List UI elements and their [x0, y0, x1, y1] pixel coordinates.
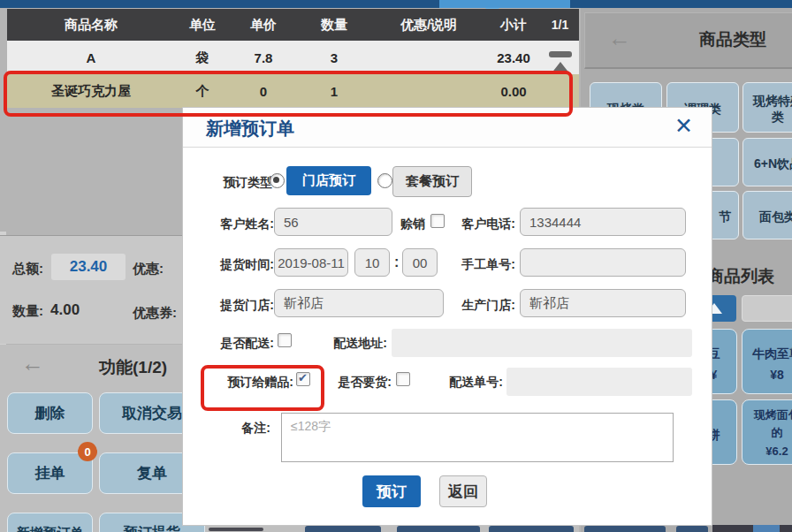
cell-price: 7.8 [230, 50, 297, 65]
hidden-button-sliver [584, 526, 666, 532]
hidden-button-sliver [753, 525, 780, 532]
col-header-discount: 优惠/说明 [371, 17, 486, 34]
cell-qty: 3 [297, 50, 371, 65]
customer-name-label: 客户姓名: [199, 217, 274, 232]
col-header-qty: 数量 [297, 17, 371, 34]
need-goods-label: 是否要货: [333, 375, 392, 391]
coupon-label: 优惠券: [133, 305, 177, 322]
scroll-bar-icon [549, 51, 572, 57]
pickup-minute-input[interactable]: 00 [402, 248, 438, 277]
col-header-subtotal: 小计 [486, 17, 541, 34]
product-item-2[interactable]: 牛肉至尊 ¥8 [742, 329, 792, 394]
production-store-label: 生产门店: [448, 298, 515, 314]
product-list-title: 商品列表 [707, 265, 774, 288]
need-goods-checkbox[interactable] [396, 372, 410, 386]
quantity-label: 数量: [12, 303, 43, 320]
time-colon: : [394, 255, 399, 270]
total-label: 总额: [12, 261, 43, 277]
category-panel-title: 商品类型 [699, 28, 766, 51]
pos-screen: 商品名称 单位 单价 数量 优惠/说明 小计 1/1 A 袋 7.8 3 23.… [0, 0, 792, 532]
delivery-number-label: 配送单号: [445, 375, 503, 391]
held-orders-badge: 0 [78, 442, 97, 461]
credit-sale-checkbox[interactable] [430, 214, 445, 228]
category-6n-drinks[interactable]: 6+N饮品 [742, 138, 792, 186]
pickup-time-label: 提货时间: [199, 257, 274, 273]
quantity-value: 4.00 [50, 301, 80, 319]
package-reservation-radio[interactable] [377, 173, 392, 188]
package-reservation-button[interactable]: 套餐预订 [392, 166, 472, 197]
return-button[interactable]: 返回 [439, 475, 487, 507]
pickup-date-input[interactable]: 2019-08-11 [274, 248, 348, 277]
remark-label: 备注: [232, 421, 270, 437]
top-nav-strip [0, 0, 792, 8]
production-store-input[interactable]: 靳祁店 [520, 289, 686, 317]
row-highlight-annotation [4, 71, 573, 117]
hidden-button-sliver [676, 526, 708, 532]
manual-number-label: 手工单号: [448, 257, 515, 273]
customer-name-input[interactable]: 56 [274, 208, 392, 236]
total-value: 23.40 [51, 254, 126, 280]
cell-name: A [7, 50, 175, 65]
col-header-unit: 单位 [175, 17, 230, 34]
remark-textarea[interactable] [281, 413, 674, 462]
delivery-address-input[interactable] [392, 329, 692, 357]
customer-phone-input[interactable]: 1334444 [520, 208, 686, 236]
pickup-store-input[interactable]: 靳祁店 [274, 289, 444, 317]
credit-sale-label: 赊销 [395, 217, 425, 232]
category-bread[interactable]: 面包类 [742, 191, 792, 239]
product-scroll-gray-button[interactable] [742, 295, 792, 322]
delete-button[interactable]: 删除 [7, 392, 93, 434]
modal-title: 新增预订单 [206, 117, 294, 141]
new-reservation-button[interactable]: 新增预订单 [7, 513, 93, 532]
hidden-button-sliver [397, 526, 480, 532]
hidden-text-sliver [209, 528, 263, 531]
pickup-store-label: 提货门店: [199, 298, 274, 314]
product-name-2: 的 [748, 424, 792, 442]
back-arrow-icon[interactable]: ← [21, 352, 44, 375]
top-nav-active-segment [439, 0, 570, 8]
reserve-button[interactable]: 预订 [362, 475, 421, 507]
order-table-header: 商品名称 单位 单价 数量 优惠/说明 小计 1/1 [7, 9, 579, 41]
pickup-hour-input[interactable]: 10 [354, 248, 390, 277]
discount-label: 优惠: [133, 261, 164, 277]
cell-unit: 袋 [175, 49, 230, 66]
product-name: 牛肉至尊 [748, 344, 792, 365]
product-item-4[interactable]: 现烤面包 的 ¥6.2 [742, 399, 792, 465]
store-reservation-radio[interactable] [270, 173, 285, 188]
hidden-button-sliver [712, 525, 792, 532]
category-fresh-baked-special[interactable]: 现烤特殊类 [742, 82, 792, 133]
is-delivery-label: 是否配送: [199, 336, 274, 352]
table-row[interactable]: A 袋 7.8 3 23.40 [7, 41, 579, 74]
hidden-button-sliver [305, 526, 381, 532]
manual-number-input[interactable] [520, 248, 686, 277]
customer-phone-label: 客户电话: [448, 217, 515, 232]
gift-highlight-annotation [201, 365, 324, 411]
is-delivery-checkbox[interactable] [278, 333, 292, 347]
reservation-type-label: 预订类型: [199, 175, 277, 191]
table-pager: 1/1 [541, 18, 579, 32]
col-header-name: 商品名称 [7, 17, 175, 34]
product-name: 现烤面包 [748, 407, 792, 424]
cell-subtotal: 23.40 [486, 50, 541, 65]
new-reservation-modal: 新增预订单 ✕ 预订类型: 门店预订 套餐预订 客户姓名: 56 赊销 客户电话… [183, 108, 712, 525]
delivery-address-label: 配送地址: [329, 336, 387, 352]
close-icon[interactable]: ✕ [674, 113, 693, 139]
delivery-number-input[interactable] [506, 368, 692, 396]
store-reservation-button[interactable]: 门店预订 [286, 166, 371, 195]
hold-order-button[interactable]: 挂单 [7, 452, 93, 494]
function-panel-title: 功能(1/2) [99, 356, 167, 379]
product-price: ¥6.2 [748, 443, 792, 460]
col-header-price: 单价 [230, 17, 297, 34]
hidden-button-sliver [489, 526, 574, 532]
category-back-arrow-icon[interactable]: ← [608, 27, 631, 49]
product-price: ¥8 [748, 365, 792, 386]
